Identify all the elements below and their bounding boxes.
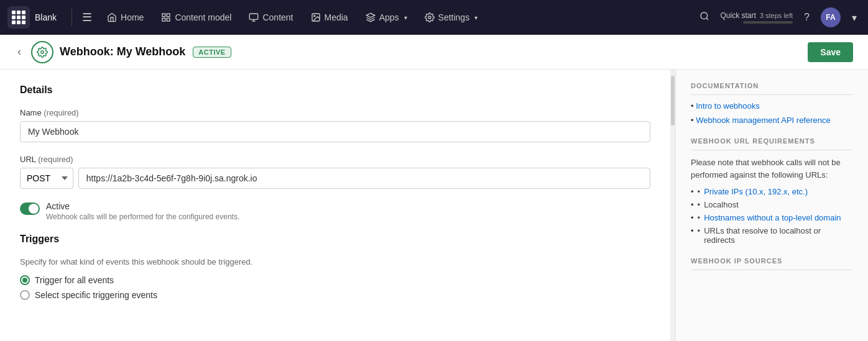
nav-media-label: Media	[325, 12, 348, 22]
media-icon	[311, 12, 321, 22]
name-required: (required)	[44, 108, 78, 117]
url-req-text-3: URLs that resolve to localhost or redire…	[704, 226, 853, 245]
gear-icon	[37, 47, 48, 58]
nav-home-label: Home	[121, 12, 144, 22]
apps-icon	[366, 12, 376, 22]
active-hint: Webhook calls will be performed for the …	[46, 212, 239, 221]
url-requirements-section: WEBHOOK URL REQUIREMENTS Please note tha…	[691, 137, 853, 245]
svg-rect-1	[167, 14, 170, 17]
user-avatar[interactable]: FA	[821, 7, 841, 27]
home-icon	[107, 12, 117, 22]
active-toggle[interactable]	[20, 202, 40, 215]
active-form-group: Active Webhook calls will be performed f…	[20, 201, 650, 221]
url-label: URL (required)	[20, 155, 650, 164]
quick-start-progress-bar	[743, 21, 793, 24]
ip-sources-title: WEBHOOK IP SOURCES	[691, 257, 853, 270]
page-title: Webhook: My Webhook	[60, 45, 185, 58]
triggers-section: Triggers Specify for what kind of events…	[20, 234, 650, 300]
settings-chevron-icon: ▾	[474, 14, 478, 21]
page-header: ‹ Webhook: My Webhook ACTIVE Save	[0, 35, 868, 70]
back-button[interactable]: ‹	[15, 43, 24, 61]
url-req-link-2[interactable]: Hostnames without a top-level domain	[704, 213, 841, 222]
svg-rect-3	[162, 18, 165, 21]
ip-sources-section: WEBHOOK IP SOURCES	[691, 257, 853, 270]
topnav-right: Quick start 3 steps left ? FA ▾	[696, 7, 861, 27]
content-model-icon	[161, 12, 171, 22]
svg-line-11	[706, 18, 708, 20]
url-input[interactable]	[78, 168, 650, 189]
triggers-description: Specify for what kind of events this web…	[20, 257, 650, 266]
triggers-title: Triggers	[20, 234, 650, 245]
url-req-item-2: • Hostnames without a top-level domain	[691, 213, 853, 222]
url-req-item-1: • Localhost	[691, 200, 853, 209]
intro-webhooks-link[interactable]: Intro to webhooks	[691, 101, 853, 111]
scrollbar-thumb[interactable]	[671, 76, 675, 125]
url-requirements-title: WEBHOOK URL REQUIREMENTS	[691, 137, 853, 150]
active-label-wrap: Active Webhook calls will be performed f…	[46, 201, 239, 221]
svg-rect-0	[162, 14, 165, 17]
nav-item-media[interactable]: Media	[303, 9, 356, 26]
url-form-group: URL (required) POST GET PUT PATCH DELETE	[20, 155, 650, 189]
quick-start-widget[interactable]: Quick start 3 steps left	[721, 11, 793, 24]
nav-divider	[72, 9, 72, 26]
status-badge: ACTIVE	[193, 47, 231, 58]
url-req-item-3: • URLs that resolve to localhost or redi…	[691, 226, 853, 245]
app-logo[interactable]	[7, 6, 30, 29]
top-navigation: Blank ☰ Home Content model Content Media…	[0, 0, 868, 35]
url-req-link-0[interactable]: Private IPs (10.x, 192.x, etc.)	[704, 187, 808, 196]
nav-item-content-model[interactable]: Content model	[154, 9, 239, 26]
search-button[interactable]	[696, 7, 713, 27]
app-brand: Blank	[35, 12, 57, 22]
active-toggle-row: Active Webhook calls will be performed f…	[20, 201, 650, 221]
toggle-knob	[29, 204, 39, 214]
save-button[interactable]: Save	[808, 42, 853, 62]
content-area: Details Name (required) URL (required) P…	[0, 70, 868, 341]
nav-item-home[interactable]: Home	[99, 9, 151, 26]
account-chevron-button[interactable]: ▾	[848, 8, 861, 27]
documentation-title: DOCUMENTATION	[691, 82, 853, 95]
svg-rect-2	[167, 18, 170, 21]
page-container: ‹ Webhook: My Webhook ACTIVE Save Detail…	[0, 35, 868, 341]
main-panel: Details Name (required) URL (required) P…	[0, 70, 670, 341]
help-button[interactable]: ?	[800, 8, 813, 27]
menu-toggle-button[interactable]: ☰	[77, 7, 97, 28]
nav-item-apps[interactable]: Apps ▾	[358, 9, 415, 26]
trigger-all-label: Trigger for all events	[35, 275, 114, 285]
search-icon	[699, 11, 709, 21]
trigger-specific-radio-row: Select specific triggering events	[20, 290, 650, 300]
url-required: (required)	[38, 155, 73, 164]
url-row: POST GET PUT PATCH DELETE	[20, 168, 650, 189]
url-requirements-text: Please note that webhook calls will not …	[691, 157, 853, 181]
svg-point-8	[313, 16, 315, 17]
svg-rect-4	[250, 14, 258, 19]
nav-content-label: Content	[262, 12, 293, 22]
details-section-title: Details	[20, 84, 650, 96]
settings-icon	[425, 12, 435, 22]
steps-badge: 3 steps left	[760, 12, 793, 19]
content-icon	[249, 12, 259, 22]
trigger-specific-label: Select specific triggering events	[35, 290, 157, 300]
svg-point-12	[41, 50, 44, 53]
scrollbar-track[interactable]	[670, 70, 675, 341]
name-label: Name (required)	[20, 108, 650, 117]
webhook-api-reference-link[interactable]: Webhook management API reference	[691, 116, 853, 125]
nav-item-settings[interactable]: Settings ▾	[417, 9, 486, 26]
url-req-item-0: • Private IPs (10.x, 192.x, etc.)	[691, 187, 853, 196]
apps-chevron-icon: ▾	[404, 14, 407, 21]
url-req-text-1: Localhost	[704, 200, 739, 209]
trigger-all-radio[interactable]	[20, 275, 30, 285]
webhook-gear-icon	[31, 41, 53, 63]
nav-settings-label: Settings	[438, 12, 470, 22]
right-panel: DOCUMENTATION Intro to webhooks Webhook …	[675, 70, 868, 341]
nav-content-model-label: Content model	[175, 12, 231, 22]
http-method-select[interactable]: POST GET PUT PATCH DELETE	[20, 168, 73, 189]
svg-point-10	[701, 12, 708, 19]
documentation-section: DOCUMENTATION Intro to webhooks Webhook …	[691, 82, 853, 125]
trigger-specific-radio[interactable]	[20, 290, 30, 300]
nav-apps-label: Apps	[379, 12, 399, 22]
nav-item-content[interactable]: Content	[241, 9, 300, 26]
quick-start-label: Quick start 3 steps left	[721, 11, 793, 20]
active-label: Active	[46, 201, 239, 211]
name-input[interactable]	[20, 121, 650, 142]
svg-point-9	[428, 16, 431, 19]
